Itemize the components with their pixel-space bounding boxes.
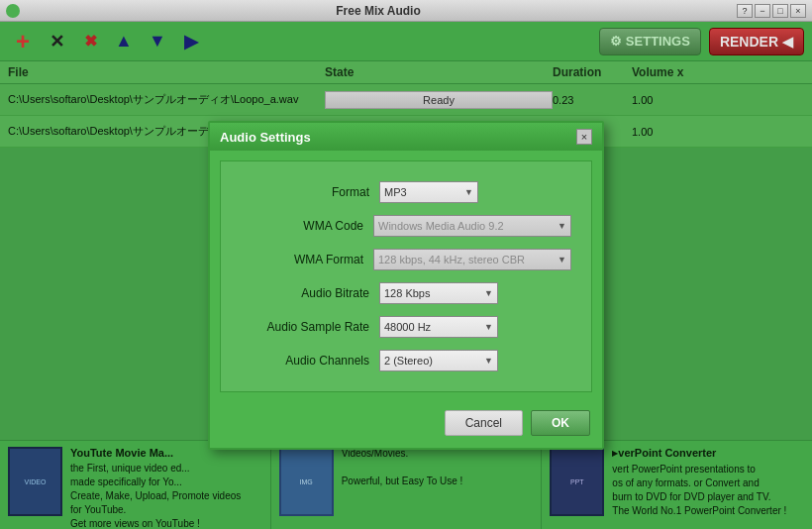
app-icon [6,4,20,18]
format-control: MP3 ▼ [379,181,571,203]
title-bar: Free Mix Audio ? − □ × [0,0,812,22]
dialog-overlay: Audio Settings × Format MP3 ▼ WMA Code [0,22,812,529]
format-row: Format MP3 ▼ [241,181,571,203]
sample-rate-control: 48000 Hz ▼ [379,316,571,338]
channels-arrow: ▼ [484,356,493,366]
format-label: Format [241,185,379,199]
sample-rate-label: Audio Sample Rate [241,320,379,334]
bitrate-row: Audio Bitrate 128 Kbps ▼ [241,282,571,304]
window-title: Free Mix Audio [20,4,737,18]
sample-rate-select[interactable]: 48000 Hz ▼ [379,316,498,338]
bitrate-control: 128 Kbps ▼ [379,282,571,304]
dialog-footer: Cancel OK [210,402,602,448]
window-controls: ? − □ × [737,4,806,18]
dialog-close-button[interactable]: × [576,129,592,145]
wma-code-select: Windows Media Audio 9.2 ▼ [373,215,571,237]
bitrate-arrow: ▼ [484,288,493,298]
wma-format-arrow: ▼ [558,255,566,264]
channels-select[interactable]: 2 (Stereo) ▼ [379,350,498,371]
wma-code-arrow: ▼ [558,221,566,231]
sample-rate-arrow: ▼ [484,322,493,332]
help-button[interactable]: ? [737,4,753,18]
dialog-title: Audio Settings [220,130,311,145]
bitrate-select[interactable]: 128 Kbps ▼ [379,282,498,304]
minimize-button[interactable]: − [755,4,770,18]
dialog-title-bar: Audio Settings × [210,123,602,151]
format-select[interactable]: MP3 ▼ [379,181,478,203]
close-button[interactable]: × [790,4,806,18]
format-arrow: ▼ [464,187,473,197]
wma-code-row: WMA Code Windows Media Audio 9.2 ▼ [241,215,571,237]
wma-format-select: 128 kbps, 44 kHz, stereo CBR ▼ [373,249,571,270]
wma-format-label: WMA Format [241,253,373,266]
wma-format-control: 128 kbps, 44 kHz, stereo CBR ▼ [373,249,571,270]
bitrate-label: Audio Bitrate [241,286,379,300]
dialog-body: Format MP3 ▼ WMA Code Windows Media Audi… [220,160,592,392]
ok-button[interactable]: OK [531,410,590,436]
channels-label: Audio Channels [241,354,379,368]
audio-settings-dialog: Audio Settings × Format MP3 ▼ WMA Code [208,121,604,450]
wma-code-control: Windows Media Audio 9.2 ▼ [373,215,571,237]
sample-rate-row: Audio Sample Rate 48000 Hz ▼ [241,316,571,338]
channels-row: Audio Channels 2 (Stereo) ▼ [241,350,571,371]
cancel-button[interactable]: Cancel [445,410,523,436]
maximize-button[interactable]: □ [772,4,788,18]
wma-code-label: WMA Code [241,219,373,233]
wma-format-row: WMA Format 128 kbps, 44 kHz, stereo CBR … [241,249,571,270]
channels-control: 2 (Stereo) ▼ [379,350,571,371]
